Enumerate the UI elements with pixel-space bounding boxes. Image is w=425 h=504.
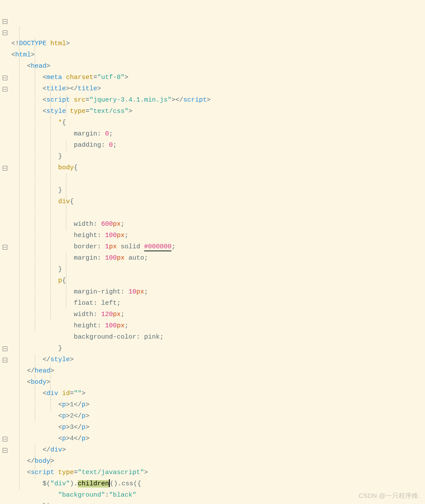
code-line[interactable]: float: left; — [11, 298, 425, 309]
fold-toggle-icon[interactable] — [3, 87, 7, 92]
code-line[interactable]: } — [11, 343, 425, 354]
code-editor: <!DOCTYPE html><html> <head> <meta chars… — [0, 0, 425, 504]
code-line[interactable]: height: 100px; — [11, 320, 425, 332]
code-line[interactable]: <meta charset="utf-8"> — [11, 72, 425, 83]
code-line[interactable]: <script type="text/javascript"> — [11, 467, 425, 478]
code-line[interactable]: } — [11, 151, 425, 162]
code-line[interactable]: background-color: pink; — [11, 332, 425, 343]
code-line[interactable]: <p>3</p> — [11, 422, 425, 433]
code-line[interactable]: <p>1</p> — [11, 399, 425, 411]
fold-toggle-icon[interactable] — [3, 448, 7, 453]
code-line[interactable] — [11, 174, 425, 185]
code-line[interactable]: <style type="text/css"> — [11, 106, 425, 117]
fold-toggle-icon[interactable] — [3, 245, 7, 250]
code-line[interactable]: margin: 0; — [11, 128, 425, 140]
code-line[interactable]: <title></title> — [11, 83, 425, 95]
watermark: CSDN @一只程序烽. — [359, 490, 420, 501]
code-line[interactable]: <head> — [11, 61, 425, 72]
code-line[interactable]: </head> — [11, 366, 425, 377]
code-line[interactable]: height: 100px; — [11, 230, 425, 241]
code-line[interactable]: <div id=""> — [11, 388, 425, 399]
code-line[interactable]: <html> — [11, 49, 425, 61]
fold-toggle-icon[interactable] — [3, 437, 7, 441]
selection-highlight: children — [78, 480, 109, 488]
code-line[interactable]: $("div").children().css({ — [11, 478, 425, 490]
code-area[interactable]: <!DOCTYPE html><html> <head> <meta chars… — [10, 4, 425, 504]
code-line[interactable]: margin: 100px auto; — [11, 253, 425, 264]
code-line[interactable]: } — [11, 264, 425, 275]
fold-toggle-icon[interactable] — [3, 30, 7, 35]
fold-toggle-icon[interactable] — [3, 358, 7, 362]
code-line[interactable]: <script src="jquery-3.4.1.min.js"></scri… — [11, 95, 425, 106]
fold-toggle-icon[interactable] — [3, 346, 7, 351]
code-line[interactable]: <p>2</p> — [11, 411, 425, 422]
code-line[interactable]: } — [11, 185, 425, 196]
code-line[interactable]: width: 120px; — [11, 309, 425, 320]
code-line[interactable]: <p>4</p> — [11, 433, 425, 445]
fold-toggle-icon[interactable] — [3, 166, 7, 171]
code-line[interactable]: border: 1px solid #000000; — [11, 241, 425, 253]
fold-toggle-icon[interactable] — [3, 76, 7, 80]
code-line[interactable]: p{ — [11, 275, 425, 287]
code-line[interactable]: margin-right: 10px; — [11, 287, 425, 298]
code-line[interactable]: div{ — [11, 196, 425, 208]
fold-toggle-icon[interactable] — [3, 19, 7, 24]
code-line[interactable]: padding: 0; — [11, 140, 425, 151]
code-line[interactable] — [11, 208, 425, 219]
code-line[interactable]: }) — [11, 501, 425, 504]
code-line[interactable]: body{ — [11, 162, 425, 174]
code-line[interactable]: *{ — [11, 117, 425, 128]
code-line[interactable]: <!DOCTYPE html> — [11, 38, 425, 49]
code-line[interactable]: width: 600px; — [11, 219, 425, 230]
code-line[interactable]: </body> — [11, 456, 425, 467]
code-line[interactable]: </div> — [11, 445, 425, 456]
code-line[interactable]: <body> — [11, 377, 425, 388]
fold-gutter — [0, 4, 10, 504]
code-line[interactable]: </style> — [11, 354, 425, 366]
